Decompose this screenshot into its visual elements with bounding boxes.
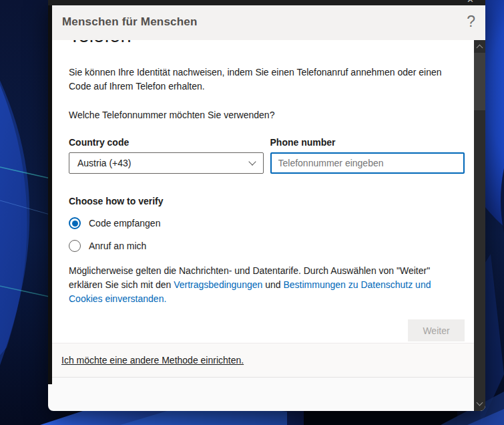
country-code-select[interactable]: Austria (+43)	[69, 152, 264, 174]
radio-selected-icon[interactable]	[69, 217, 81, 229]
button-row: Weiter	[69, 319, 465, 341]
scrollbar-thumb[interactable]	[474, 53, 485, 110]
chevron-down-icon	[248, 158, 256, 165]
radio-dot	[72, 221, 78, 227]
heading-clip: Telefon	[69, 40, 465, 49]
radio-receive-code[interactable]: Code empfangen	[69, 217, 465, 229]
disclaimer-part-2: und	[262, 279, 283, 290]
radio-call-me-label: Anruf an mich	[89, 241, 146, 251]
phone-number-column: Phone number	[270, 137, 465, 174]
disclaimer-text: Möglicherweise gelten die Nachrichten- u…	[69, 264, 465, 306]
card-main: Telefon Sie können Ihre Identität nachwe…	[52, 40, 474, 343]
terms-link[interactable]: Vertragsbedingungen	[174, 279, 262, 290]
question-text: Welche Telefonnummer möchten Sie verwend…	[69, 108, 465, 122]
phone-number-label: Phone number	[270, 137, 465, 148]
intro-text: Sie können Ihre Identität nachweisen, in…	[69, 65, 465, 94]
country-code-column: Country code Austria (+43)	[69, 137, 264, 174]
next-button[interactable]: Weiter	[408, 319, 465, 341]
setup-other-method-link[interactable]: Ich möchte eine andere Methode einrichte…	[61, 355, 244, 366]
content-left-gutter	[48, 0, 52, 384]
close-icon[interactable]: ✕	[467, 0, 474, 4]
verify-method-label: Choose how to verify	[69, 196, 465, 206]
scrollbar[interactable]	[474, 40, 485, 411]
dialog-card: Telefon Sie können Ihre Identität nachwe…	[52, 40, 474, 378]
radio-receive-code-label: Code empfangen	[89, 218, 160, 229]
help-icon[interactable]: ?	[467, 13, 475, 31]
card-footer: Ich möchte eine andere Methode einrichte…	[52, 343, 474, 378]
country-code-label: Country code	[69, 137, 264, 148]
phone-number-input[interactable]	[270, 152, 465, 174]
page-heading: Telefon	[69, 40, 465, 49]
phone-form-row: Country code Austria (+43) Phone number	[69, 137, 465, 174]
dialog-title: Menschen für Menschen	[62, 15, 198, 29]
country-code-value: Austria (+43)	[77, 158, 250, 168]
dialog-window: ✕ Menschen für Menschen ? Telefon Sie kö…	[48, 0, 485, 411]
radio-call-me[interactable]: Anruf an mich	[69, 240, 465, 252]
scroll-up-icon[interactable]	[477, 45, 483, 51]
scroll-down-icon[interactable]	[477, 400, 483, 406]
radio-unselected-icon[interactable]	[69, 240, 81, 252]
dialog-titlebar: Menschen für Menschen ?	[48, 5, 485, 40]
window-top-bar: ✕	[48, 0, 485, 5]
